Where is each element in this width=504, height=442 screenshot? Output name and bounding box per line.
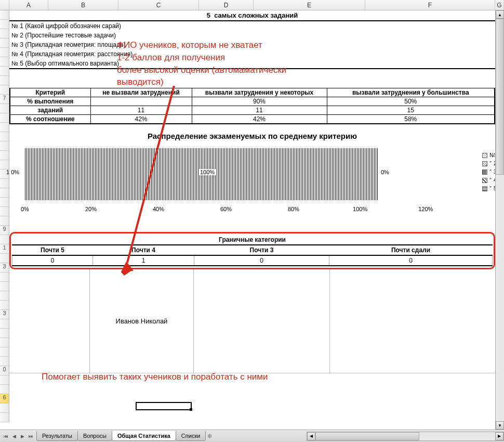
border-header[interactable]: Почти сдали [329,245,493,255]
crit-row-label[interactable]: % соотношение [10,115,90,124]
chart-title: Распределение экзаменуемых по среднему к… [9,132,495,140]
crit-header[interactable]: вызвали затруднения у некоторых [192,88,327,97]
sheet-tab[interactable]: Вопросы [77,431,112,441]
vertical-scrollbar[interactable]: ▲ ▼ [495,10,504,430]
task-item: № 4 (Прикладная геометрия: расстояния) [9,49,495,59]
scroll-up-button[interactable]: ▲ [496,10,504,19]
crit-cell[interactable]: 50% [327,97,495,106]
crit-header[interactable]: не вызвали затруднений [90,88,192,97]
border-header[interactable]: Почти 3 [194,245,329,255]
crit-cell[interactable]: 58% [327,115,495,124]
sheet-tabs-bar: ⏮ ◀ ▶ ⏭ Результаты Вопросы Общая Статист… [0,430,504,442]
crit-row-label[interactable]: заданий [10,106,90,115]
sheet-tab-active[interactable]: Общая Статистика [112,431,176,441]
horizontal-scrollbar[interactable]: ◀ ▶ [307,432,504,441]
y-axis-label: 1 0% [6,169,19,175]
border-value[interactable]: 0 [329,255,493,266]
crit-cell[interactable]: 11 [192,106,327,115]
names-cell[interactable] [194,269,330,373]
sheet-tab[interactable]: Списки [176,431,206,441]
x-axis: 0% 20% 40% 60% 80% 100% 120% [9,206,495,212]
crit-cell[interactable] [90,97,192,106]
crit-cell[interactable]: 11 [90,106,192,115]
annotation-text-2: Помогает выявить таких учеников и порабо… [42,372,268,382]
tab-first-icon[interactable]: ⏮ [2,433,9,440]
crit-header[interactable]: Критерий [10,88,90,97]
col-header-A[interactable]: A [9,0,48,10]
col-header-D[interactable]: D [199,0,254,10]
col-header-F[interactable]: F [365,0,495,10]
data-label: 100% [199,169,216,175]
tab-next-icon[interactable]: ▶ [19,433,26,440]
names-cell[interactable]: Иванов Николай [90,269,194,373]
crit-cell[interactable]: 15 [327,106,495,115]
tasks-list: № 1 (Какой цифрой обозначен сарай) № 2 (… [9,21,495,69]
scroll-thumb-h[interactable] [315,432,419,440]
border-value[interactable]: 0 [194,255,329,266]
criteria-table[interactable]: Критерий не вызвали затруднений вызвали … [9,88,495,124]
border-cat-table[interactable]: Почти 5 Почти 4 Почти 3 Почти сдали 0 1 … [12,245,493,266]
crit-header[interactable]: вызвали затруднения у большинства [327,88,495,97]
col-header-G[interactable]: G [495,0,504,10]
new-sheet-icon[interactable]: ⊕ [205,433,214,439]
scroll-right-button[interactable]: ▶ [495,432,503,440]
scroll-down-button[interactable]: ▼ [496,421,504,430]
names-row: Иванов Николай [9,269,495,373]
border-value[interactable]: 0 [12,255,93,266]
border-value[interactable]: 1 [93,255,194,266]
scroll-left-button[interactable]: ◀ [307,432,315,440]
crit-cell[interactable]: 90% [192,97,327,106]
col-header-B[interactable]: B [48,0,118,10]
tab-prev-icon[interactable]: ◀ [10,433,18,440]
task-item: № 2 (Простейшие тестовые задачи) [9,31,495,40]
names-cell[interactable] [330,269,495,373]
tab-nav: ⏮ ◀ ▶ ⏭ [0,433,36,440]
col-header-C[interactable]: C [118,0,199,10]
tab-last-icon[interactable]: ⏭ [27,433,34,440]
border-cat-title: Граничные категории [12,235,493,245]
section-title: 5 самых сложных заданий [9,10,495,21]
crit-cell[interactable]: 42% [90,115,192,124]
task-item: № 5 (Выбор оптимального варианта) [9,59,495,68]
crit-row-label[interactable]: % выполнения [10,97,90,106]
border-header[interactable]: Почти 5 [12,245,93,255]
scroll-thumb[interactable] [496,19,504,175]
sheet-tab[interactable]: Результаты [36,431,78,441]
select-all-corner[interactable] [0,0,9,10]
task-item: № 3 (Прикладная геометрия: площадь) [9,40,495,49]
fill-handle[interactable] [190,408,192,411]
border-header[interactable]: Почти 4 [93,245,194,255]
task-item: № 1 (Какой цифрой обозначен сарай) [9,21,495,31]
active-cell[interactable] [136,402,192,410]
crit-cell[interactable]: 42% [192,115,327,124]
column-headers: A B C D E F G [0,0,504,10]
highlight-box: Граничные категории Почти 5 Почти 4 Почт… [9,232,495,269]
names-cell[interactable] [9,269,90,373]
chart-area[interactable]: Распределение экзаменуемых по среднему к… [9,132,495,223]
col-header-E[interactable]: E [254,0,365,10]
data-label: 0% [381,169,389,175]
